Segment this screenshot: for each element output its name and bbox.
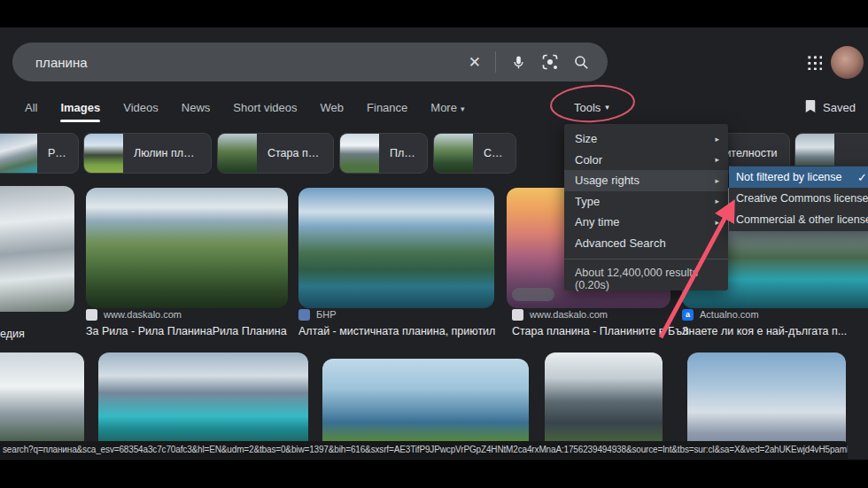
result-title[interactable]: едия [0, 328, 53, 340]
chip-label: Стара планина [257, 147, 333, 159]
menu-item-label: Advanced Search [575, 236, 666, 250]
tab-more-label: More [430, 101, 457, 114]
menu-item-color[interactable]: Color ▸ [564, 150, 728, 171]
result-image-partial-left[interactable] [0, 186, 74, 312]
chip-rila[interactable]: Рила [0, 133, 79, 174]
menu-item-label: Size [575, 132, 597, 145]
menu-item-label: Usage rights [575, 174, 639, 187]
menu-item-label: Any time [575, 215, 620, 229]
search-bar[interactable]: ✕ [12, 43, 608, 81]
submenu-item-label: Creative Commons licenses [736, 192, 868, 205]
menu-item-label: Color [575, 153, 602, 167]
submenu-arrow-icon: ▸ [715, 197, 719, 205]
tools-label: Tools [574, 101, 601, 114]
tools-menu: Size ▸ Color ▸ Usage rights ▸ Type ▸ Any… [564, 124, 728, 290]
menu-divider [564, 259, 728, 259]
search-result: БНР Алтай - мистичната планина, приютил.… [298, 307, 495, 337]
menu-item-advanced-search[interactable]: Advanced Search [564, 233, 728, 254]
chevron-down-icon: ▾ [605, 103, 609, 112]
chip-label: Рила [37, 147, 78, 159]
result-type-tabs: All Images Videos News Short videos Web … [25, 94, 464, 120]
submenu-item-not-filtered[interactable]: Not filtered by license ✓ [729, 167, 868, 188]
license-badge [512, 288, 554, 301]
chip-planini[interactable]: Планини [339, 133, 428, 174]
chip-label: Славянка [473, 147, 515, 159]
lens-icon[interactable] [541, 53, 559, 71]
chip-label: Ст [834, 147, 868, 159]
submenu-arrow-icon: ▸ [715, 176, 719, 185]
tab-news[interactable]: News [182, 101, 211, 114]
tab-videos[interactable]: Videos [123, 101, 159, 114]
site-favicon: a [682, 309, 694, 321]
check-icon: ✓ [857, 171, 868, 184]
result-title[interactable]: Стара планина - Планините в Бълг... [512, 325, 689, 337]
submenu-arrow-icon: ▸ [715, 155, 719, 164]
chevron-down-icon: ▾ [461, 105, 465, 113]
submenu-item-creative-commons[interactable]: Creative Commons licenses [729, 188, 868, 209]
tab-all[interactable]: All [25, 101, 37, 114]
result-domain: www.daskalo.com [530, 309, 608, 320]
search-icon[interactable] [573, 54, 590, 71]
site-favicon [298, 309, 310, 321]
search-result: www.daskalo.com Стара планина - Планинит… [512, 307, 689, 337]
saved-label: Saved [823, 101, 856, 114]
menu-item-usage-rights[interactable]: Usage rights ▸ [564, 170, 728, 191]
search-input[interactable] [12, 55, 469, 70]
submenu-item-label: Commercial & other licenses [736, 213, 868, 226]
mic-icon[interactable] [510, 54, 527, 71]
result-title[interactable]: За Рила - Рила ПланинаРила Планина [86, 325, 290, 337]
chip-label: Люлин планина [123, 147, 211, 159]
chip-stara-planina[interactable]: Стара планина [217, 133, 334, 174]
usage-rights-submenu: Not filtered by license ✓ Creative Commo… [729, 166, 868, 231]
chip-thumbnail [84, 134, 123, 173]
tab-web[interactable]: Web [321, 101, 345, 114]
search-bar-icons: ✕ [469, 51, 608, 73]
avatar[interactable] [831, 46, 864, 79]
chip-lyulin-planina[interactable]: Люлин планина [83, 133, 212, 174]
tab-images[interactable]: Images [60, 101, 100, 114]
bookmark-icon [804, 99, 817, 116]
chip-slavyanka[interactable]: Славянка [433, 133, 516, 174]
letterbox-bottom [0, 460, 868, 488]
submenu-arrow-icon: ▸ [715, 135, 719, 143]
submenu-item-label: Not filtered by license [736, 171, 842, 183]
search-result: www.daskalo.com За Рила - Рила ПланинаРи… [86, 307, 290, 337]
result-image-altai[interactable] [298, 188, 494, 308]
search-result: a Actualno.com Знаете ли коя е най-дълга… [682, 307, 866, 337]
tab-short-videos[interactable]: Short videos [233, 101, 297, 114]
tools-button[interactable]: Tools ▾ [574, 94, 609, 120]
menu-item-size[interactable]: Size ▸ [564, 128, 728, 150]
result-domain: www.daskalo.com [104, 309, 182, 320]
submenu-arrow-icon: ▸ [715, 218, 719, 227]
chip-thumbnail [340, 134, 379, 173]
search-result-partial: едия [0, 324, 53, 340]
saved-button[interactable]: Saved [804, 94, 856, 120]
result-domain: БНР [316, 309, 337, 320]
result-title[interactable]: Знаете ли коя е най-дългата п... [682, 325, 866, 337]
tab-finance[interactable]: Finance [367, 101, 407, 114]
menu-item-type[interactable]: Type ▸ [564, 191, 728, 213]
chip-label: Планини [379, 147, 427, 159]
result-domain: Actualno.com [700, 309, 759, 320]
site-favicon [512, 309, 523, 321]
chip-thumbnail [0, 134, 37, 173]
google-apps-icon[interactable] [806, 54, 822, 70]
tab-more[interactable]: More▾ [430, 101, 464, 114]
menu-item-label: Type [575, 195, 600, 208]
chip-thumbnail [218, 134, 257, 173]
menu-item-any-time[interactable]: Any time ▸ [564, 212, 728, 233]
results-count: About 12,400,000 results (0.20s) [564, 267, 728, 291]
site-favicon [86, 309, 97, 321]
letterbox-top [0, 0, 868, 27]
result-title[interactable]: Алтай - мистичната планина, приютил... [298, 325, 495, 337]
google-images-results-page: ✕ [0, 27, 868, 460]
submenu-item-commercial[interactable]: Commercial & other licenses [729, 209, 868, 230]
chip-thumbnail [434, 134, 473, 173]
divider [495, 51, 496, 73]
status-url-bar: search?q=планина&sca_esv=68354a3c7c70afc… [0, 441, 848, 459]
clear-icon[interactable]: ✕ [469, 55, 481, 70]
result-image-rila[interactable] [86, 188, 288, 308]
